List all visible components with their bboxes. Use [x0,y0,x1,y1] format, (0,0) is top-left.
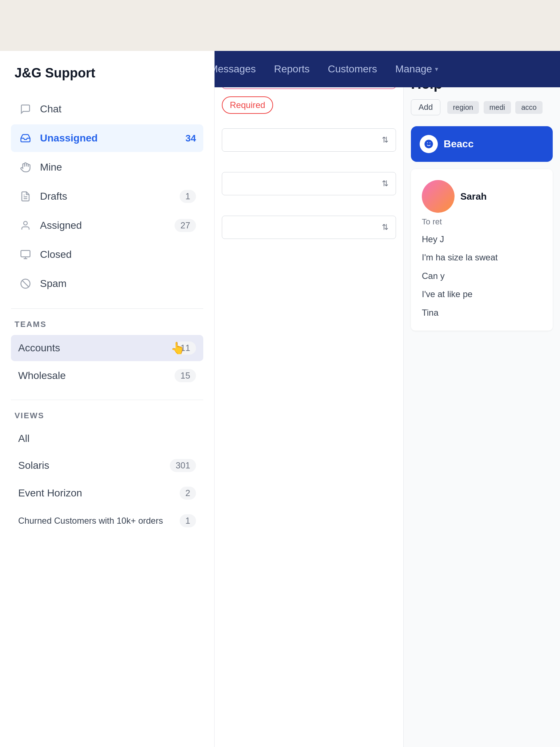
sidebar-item-event-horizon[interactable]: Event Horizon 2 [11,480,203,506]
chevron-down-icon: ▾ [435,65,438,73]
sidebar-item-chat[interactable]: Chat [11,95,203,123]
svg-rect-3 [21,251,30,257]
select-input-1[interactable]: ⇅ [222,128,396,152]
assigned-icon [18,218,33,233]
mine-icon [18,160,33,175]
select-input-3[interactable]: ⇅ [222,216,396,239]
sidebar-item-closed[interactable]: Closed [11,241,203,268]
sidebar-item-solaris[interactable]: Solaris 301 [11,452,203,479]
tag-medi: medi [484,101,511,114]
sidebar-title: J&G Support [11,65,203,81]
sidebar-item-drafts[interactable]: Drafts 1 [11,183,203,210]
add-tag-button[interactable]: Add [411,99,440,115]
sidebar-item-mine[interactable]: Mine [11,153,203,181]
views-section-label: VIEWS [11,411,203,420]
sidebar-item-unassigned[interactable]: Unassigned 34 [11,124,203,152]
svg-point-8 [424,140,433,148]
sidebar-item-assigned[interactable]: Assigned 27 [11,212,203,239]
email-sender: Sarah [422,180,542,213]
teams-section-label: TEAMS [11,320,203,329]
sidebar-item-churned-customers[interactable]: Churned Customers with 10k+ orders 1 [11,508,203,534]
sort-arrows-icon: ⇅ [382,179,388,188]
email-to: To ret [422,217,542,227]
beacon-label: Beacc [444,138,474,150]
right-panel: #2598 Help Add region medi acco Beacc Sa [404,51,560,747]
nav-reports[interactable]: Reports [274,63,310,75]
middle-panel: marize Required ⇅ ⇅ ⇅ [215,51,404,747]
main-content: marize Required ⇅ ⇅ ⇅ #2598 Help Add reg… [215,51,560,747]
svg-point-2 [24,221,27,225]
avatar [422,180,455,213]
chat-icon [18,102,33,116]
sidebar-item-accounts[interactable]: Accounts 11 👆 [11,335,203,361]
divider-teams [11,308,203,309]
sidebar-item-spam[interactable]: Spam [11,270,203,297]
sort-arrows-icon: ⇅ [382,135,388,145]
email-body: Hey J I'm ha size la sweat Can y I've at… [422,232,542,320]
select-input-2[interactable]: ⇅ [222,172,396,195]
nav-customers[interactable]: Customers [328,63,377,75]
email-card: Sarah To ret Hey J I'm ha size la sweat … [411,169,553,331]
beacon-card: Beacc [411,126,553,162]
divider-views [11,400,203,400]
sidebar: J&G Support Chat Unassigned 34 [0,51,215,747]
sort-arrows-icon: ⇅ [382,223,388,232]
nav-manage[interactable]: Manage ▾ [395,63,438,75]
tag-region: region [447,101,479,114]
sidebar-item-wholesale[interactable]: Wholesale 15 [11,363,203,389]
sidebar-item-all[interactable]: All [11,426,203,451]
closed-icon [18,247,33,262]
beacon-icon [420,135,438,153]
inbox-icon [18,131,33,145]
drafts-icon [18,189,33,204]
required-badge: Required [222,96,273,114]
nav-messages[interactable]: Messages [209,63,256,75]
svg-line-7 [22,280,29,287]
tag-acco: acco [515,101,542,114]
spam-icon [18,276,33,291]
